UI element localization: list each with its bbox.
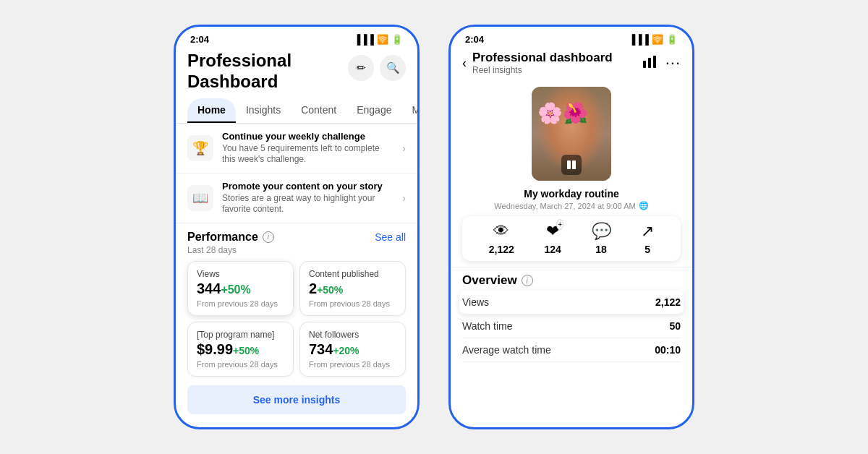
share-icon: ↗ <box>641 222 654 241</box>
tab-home[interactable]: Home <box>187 98 236 123</box>
right-phone: 2:04 ▐▐▐ 🛜 🔋 ‹ Professional dashboard Re… <box>448 25 694 429</box>
reel-stat-comments: 💬 18 <box>592 222 611 255</box>
see-more-insights-button[interactable]: See more insights <box>187 385 406 414</box>
right-header-subtitle: Reel insights <box>472 65 613 75</box>
stat-followers: Net followers 734+20% From previous 28 d… <box>299 322 406 377</box>
stat-content-label: Content published <box>309 269 396 279</box>
performance-period: Last 28 days <box>176 245 417 261</box>
stat-views-value: 344+50% <box>197 280 284 297</box>
performance-info-icon: i <box>263 231 274 243</box>
svg-rect-0 <box>643 61 646 68</box>
reel-play-icon <box>561 155 582 175</box>
tabs-bar: Home Insights Content Engage M <box>176 98 417 124</box>
status-bar-right: 2:04 ▐▐▐ 🛜 🔋 <box>451 27 692 48</box>
left-header-icons: ✏ 🔍 <box>348 55 406 81</box>
stat-program-label: [Top program name] <box>197 330 284 340</box>
wifi-icon-right: 🛜 <box>652 34 663 45</box>
right-header: ‹ Professional dashboard Reel insights ·… <box>451 48 692 81</box>
list-item-challenge[interactable]: 🏆 Continue your weekly challenge You hav… <box>176 124 417 174</box>
left-title-line1: Professional Dashboard <box>187 51 292 93</box>
stat-content-published: Content published 2+50% From previous 28… <box>299 261 406 316</box>
reel-thumbnail: 🌸🌺 <box>532 87 611 181</box>
svg-rect-2 <box>653 56 656 68</box>
challenge-title: Continue your weekly challenge <box>222 131 393 142</box>
tab-more[interactable]: M <box>401 98 417 123</box>
challenge-icon: 🏆 <box>187 135 213 161</box>
stat-content-value: 2+50% <box>309 280 396 297</box>
bar-chart-button[interactable] <box>642 55 657 72</box>
stat-program-desc: From previous 28 days <box>197 360 284 369</box>
reel-views-count: 2,122 <box>489 244 514 255</box>
reel-title: My workday routine <box>451 185 692 200</box>
left-phone: 2:04 ▐▐▐ 🛜 🔋 Professional Dashboard ✏ <box>174 25 420 429</box>
tab-content[interactable]: Content <box>291 98 346 123</box>
story-title: Promote your content on your story <box>222 181 393 192</box>
tab-insights[interactable]: Insights <box>236 98 291 123</box>
stat-program-value: $9.99+50% <box>197 341 284 358</box>
right-header-title: Professional dashboard <box>472 51 613 65</box>
reel-stats-row: 👁 2,122 ❤+ 124 💬 18 ↗ 5 <box>462 216 681 261</box>
comment-icon: 💬 <box>592 222 611 241</box>
wifi-icon: 🛜 <box>377 34 388 45</box>
reel-stat-views: 👁 2,122 <box>489 222 514 255</box>
stat-content-desc: From previous 28 days <box>309 299 396 308</box>
more-options-button[interactable]: ··· <box>665 53 681 72</box>
battery-icon-right: 🔋 <box>666 34 678 45</box>
performance-header: Performance i See all <box>176 223 417 245</box>
stat-views: Views 344+50% From previous 28 days <box>187 261 294 316</box>
globe-icon: 🌐 <box>639 201 649 210</box>
reel-comments-count: 18 <box>595 244 607 255</box>
overview-avg-label: Average watch time <box>462 344 551 356</box>
stat-program: [Top program name] $9.99+50% From previo… <box>187 322 294 377</box>
performance-label: Performance <box>187 231 258 244</box>
left-header: Professional Dashboard ✏ 🔍 <box>176 48 417 98</box>
svg-rect-4 <box>572 160 576 169</box>
see-all-link[interactable]: See all <box>375 231 406 243</box>
signal-icon: ▐▐▐ <box>354 34 374 45</box>
svg-rect-3 <box>567 160 571 169</box>
reel-likes-count: 124 <box>545 244 561 255</box>
overview-rows: Views 2,122 Watch time 50 Average watch … <box>451 291 692 362</box>
back-button[interactable]: ‹ <box>462 56 467 71</box>
search-icon: 🔍 <box>386 61 400 74</box>
signal-icon-right: ▐▐▐ <box>629 34 649 45</box>
overview-section-header: Overview i <box>451 267 692 291</box>
search-button[interactable]: 🔍 <box>380 55 406 81</box>
edit-icon: ✏ <box>357 61 366 74</box>
reel-stat-likes: ❤+ 124 <box>545 222 561 255</box>
overview-info-icon: i <box>522 275 533 286</box>
status-time-right: 2:04 <box>465 34 484 45</box>
story-desc: Stories are a great way to highlight you… <box>222 193 393 215</box>
stat-followers-desc: From previous 28 days <box>309 360 396 369</box>
left-header-title-block: Professional Dashboard <box>187 51 292 93</box>
overview-views-label: Views <box>462 296 489 308</box>
stat-followers-value: 734+20% <box>309 341 396 358</box>
overview-title: Overview <box>462 273 517 288</box>
chevron-icon-1: › <box>402 142 406 154</box>
stat-views-label: Views <box>197 269 284 279</box>
status-time-left: 2:04 <box>190 34 209 45</box>
tab-engage[interactable]: Engage <box>346 98 401 123</box>
main-container: 2:04 ▐▐▐ 🛜 🔋 Professional Dashboard ✏ <box>159 10 709 444</box>
overview-views-value: 2,122 <box>655 296 681 308</box>
status-icons-right: ▐▐▐ 🛜 🔋 <box>629 34 678 45</box>
edit-button[interactable]: ✏ <box>348 55 374 81</box>
like-icon: ❤+ <box>546 222 559 241</box>
overview-row-avg-watchtime: Average watch time 00:10 <box>462 338 681 362</box>
reel-thumbnail-container: 🌸🌺 <box>451 81 692 185</box>
overview-row-watchtime: Watch time 50 <box>462 314 681 338</box>
stats-grid: Views 344+50% From previous 28 days Cont… <box>176 261 417 377</box>
eye-icon: 👁 <box>493 222 509 241</box>
reel-stat-shares: ↗ 5 <box>641 222 654 255</box>
list-item-story[interactable]: 📖 Promote your content on your story Sto… <box>176 174 417 223</box>
reel-date: Wednesday, March 27, 2024 at 9:00 AM 🌐 <box>451 200 692 216</box>
stat-views-desc: From previous 28 days <box>197 299 284 308</box>
bar-chart-icon <box>642 55 657 68</box>
reel-flowers-decoration: 🌸🌺 <box>537 101 588 125</box>
status-bar-left: 2:04 ▐▐▐ 🛜 🔋 <box>176 27 417 48</box>
overview-watchtime-label: Watch time <box>462 320 513 332</box>
svg-rect-1 <box>648 58 651 68</box>
overview-watchtime-value: 50 <box>669 320 681 332</box>
left-content: 🏆 Continue your weekly challenge You hav… <box>176 124 417 427</box>
reel-shares-count: 5 <box>644 244 650 255</box>
